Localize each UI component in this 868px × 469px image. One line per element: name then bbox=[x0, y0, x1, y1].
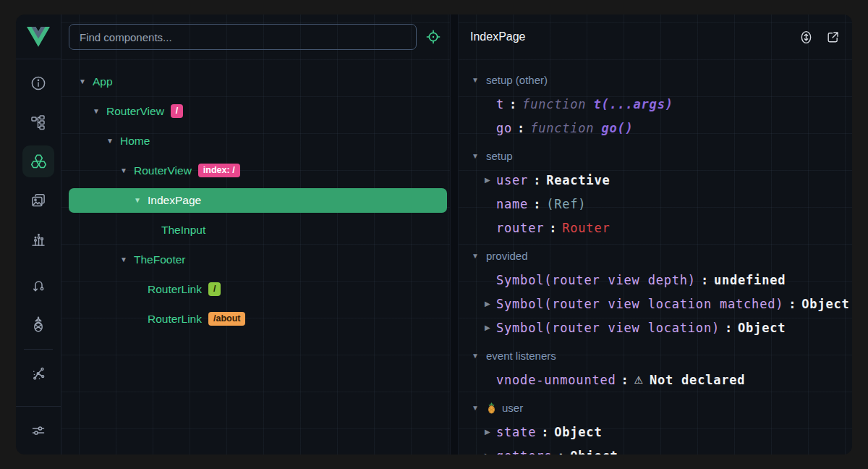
state-value: Not declared bbox=[650, 373, 745, 387]
tree-row-home[interactable]: ▼ Home bbox=[61, 126, 450, 156]
colon: : bbox=[533, 197, 541, 211]
state-row: t:functiont(...args) bbox=[459, 92, 852, 116]
colon: : bbox=[621, 373, 629, 387]
state-row-expandable[interactable]: ▶Symbol(router view location):Object bbox=[459, 316, 852, 339]
inspector-actions bbox=[799, 30, 841, 45]
sidebar-item-components[interactable] bbox=[16, 142, 61, 181]
section-header[interactable]: ▼ event listeners bbox=[459, 344, 852, 368]
inspector-panel: IndexPage bbox=[459, 14, 852, 455]
sidebar-item-assets[interactable] bbox=[16, 181, 61, 220]
tree-row-app[interactable]: ▼ App bbox=[61, 67, 450, 96]
vue-logo bbox=[16, 14, 61, 59]
function-keyword: function bbox=[522, 97, 586, 111]
route-badge: / bbox=[171, 104, 183, 119]
state-row-expandable[interactable]: ▶user:Reactive bbox=[459, 168, 852, 192]
route-badge: / bbox=[208, 282, 221, 297]
colon: : bbox=[788, 297, 796, 311]
pinia-pineapple-icon bbox=[22, 309, 54, 341]
state-row: router:Router bbox=[459, 216, 852, 240]
function-keyword: function bbox=[530, 121, 594, 135]
chevron-right-icon[interactable]: ▶ bbox=[485, 177, 496, 184]
state-key: router bbox=[496, 221, 544, 235]
open-in-editor-button[interactable] bbox=[825, 30, 841, 45]
sidebar-item-component-tree[interactable] bbox=[16, 103, 61, 142]
state-value: Object bbox=[554, 425, 602, 439]
section-title: provided bbox=[486, 250, 528, 262]
section-header[interactable]: ▼ user bbox=[459, 396, 852, 420]
graph-molecule-icon bbox=[22, 358, 54, 389]
state-value: Reactive bbox=[546, 173, 610, 187]
tree-row-thefooter[interactable]: ▼ TheFooter bbox=[61, 245, 450, 274]
sidebar-bottom bbox=[16, 406, 61, 455]
chevron-right-icon[interactable]: ▶ bbox=[485, 300, 496, 308]
tree-header bbox=[61, 14, 450, 59]
sidebar-item-settings[interactable] bbox=[16, 411, 61, 450]
state-row-expandable[interactable]: ▶getters:Object bbox=[459, 444, 852, 455]
colon: : bbox=[725, 321, 733, 335]
sidebar-item-timeline[interactable] bbox=[16, 220, 61, 259]
inspector-header: IndexPage bbox=[459, 14, 852, 59]
component-label: RouterLink bbox=[148, 313, 202, 326]
router-hook-icon bbox=[22, 270, 54, 302]
chevron-right-icon[interactable]: ▶ bbox=[485, 452, 496, 455]
sidebar-item-info[interactable] bbox=[16, 64, 61, 103]
component-label: App bbox=[93, 75, 113, 88]
state-key: name bbox=[496, 197, 528, 211]
chevron-down-icon[interactable]: ▼ bbox=[93, 108, 106, 115]
component-picker-button[interactable] bbox=[424, 28, 443, 46]
vue-devtools-app: ▼ App ▼ RouterView / ▼ Home ▼ RouterView… bbox=[0, 0, 868, 469]
section-provided: ▼ provided Symbol(router view depth):und… bbox=[459, 244, 852, 339]
component-label: RouterView bbox=[134, 164, 192, 177]
section-header[interactable]: ▼ setup (other) bbox=[459, 68, 852, 92]
chevron-right-icon[interactable]: ▶ bbox=[485, 428, 496, 436]
chevron-down-icon[interactable]: ▼ bbox=[134, 197, 148, 204]
scroll-to-component-button[interactable] bbox=[799, 30, 814, 45]
state-key: state bbox=[496, 425, 536, 439]
tree-row-theinput[interactable]: TheInput bbox=[61, 215, 450, 245]
section-header[interactable]: ▼ setup bbox=[459, 144, 852, 168]
tree-row-routerlink-home[interactable]: RouterLink / bbox=[61, 274, 450, 304]
search-input[interactable] bbox=[69, 24, 417, 50]
chevron-down-icon: ▼ bbox=[472, 153, 486, 160]
tree-row-routerview-nested[interactable]: ▼ RouterView index: / bbox=[61, 156, 450, 185]
function-signature: t(...args) bbox=[593, 97, 673, 111]
tree-row-routerlink-about[interactable]: RouterLink /about bbox=[61, 304, 450, 334]
component-hierarchy-icon bbox=[22, 106, 54, 138]
state-row-expandable[interactable]: ▶state:Object bbox=[459, 420, 852, 444]
component-label: RouterLink bbox=[148, 283, 202, 296]
state-row: vnode-unmounted:⚠Not declared bbox=[459, 368, 852, 392]
section-header[interactable]: ▼ provided bbox=[459, 244, 852, 268]
external-link-icon bbox=[825, 30, 841, 45]
state-key: Symbol(router view location) bbox=[496, 321, 720, 335]
timeline-levels-icon bbox=[22, 224, 54, 255]
sidebar-item-graph[interactable] bbox=[16, 354, 61, 393]
state-row: Symbol(router view depth):undefined bbox=[459, 268, 852, 292]
sidebar-item-router[interactable] bbox=[16, 266, 61, 305]
chevron-down-icon[interactable]: ▼ bbox=[120, 256, 134, 263]
state-key: t bbox=[496, 97, 504, 111]
state-key: Symbol(router view location matched) bbox=[496, 297, 783, 311]
pineapple-icon bbox=[486, 402, 497, 414]
target-icon bbox=[425, 29, 441, 45]
sidebar-divider bbox=[24, 349, 53, 350]
chevron-down-icon[interactable]: ▼ bbox=[106, 138, 120, 145]
section-setup: ▼ setup ▶user:Reactive name:(Ref) router… bbox=[459, 144, 852, 240]
colon: : bbox=[517, 121, 525, 135]
state-value: Object bbox=[801, 297, 849, 311]
state-value: Object bbox=[570, 449, 618, 455]
panel-splitter[interactable] bbox=[450, 14, 459, 455]
state-row: name:(Ref) bbox=[459, 192, 852, 216]
tree-row-indexpage-selected[interactable]: ▼ IndexPage bbox=[69, 188, 447, 213]
chevron-down-icon[interactable]: ▼ bbox=[120, 167, 134, 174]
component-tree: ▼ App ▼ RouterView / ▼ Home ▼ RouterView… bbox=[61, 59, 450, 455]
devtools-window: ▼ App ▼ RouterView / ▼ Home ▼ RouterView… bbox=[16, 14, 852, 455]
state-row-expandable[interactable]: ▶Symbol(router view location matched):Ob… bbox=[459, 292, 852, 316]
sidebar-item-pinia[interactable] bbox=[16, 305, 61, 345]
chevron-right-icon[interactable]: ▶ bbox=[485, 324, 496, 331]
section-title: event listeners bbox=[486, 350, 556, 362]
chevron-down-icon[interactable]: ▼ bbox=[79, 78, 93, 85]
warning-icon: ⚠ bbox=[634, 374, 644, 386]
tree-row-routerview[interactable]: ▼ RouterView / bbox=[61, 96, 450, 126]
settings-sliders-icon bbox=[22, 415, 54, 447]
colon: : bbox=[509, 97, 517, 111]
